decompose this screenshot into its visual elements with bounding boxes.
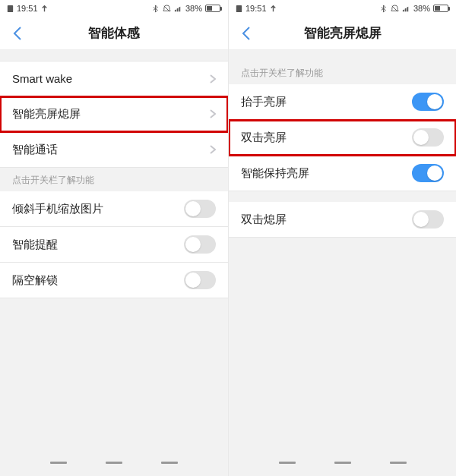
row-tilt-zoom[interactable]: 倾斜手机缩放图片 — [0, 191, 228, 227]
phone-left: 19:51 38% 智能体感 Smart wake 智能亮屏熄屏 智能通 — [0, 0, 228, 476]
battery-icon — [433, 5, 450, 12]
row-smart-wake[interactable]: Smart wake — [0, 61, 228, 96]
content-area: 点击开关栏了解功能 抬手亮屏 双击亮屏 智能保持亮屏 双击熄屏 — [229, 50, 456, 238]
section-gap — [229, 191, 456, 202]
nav-back[interactable] — [50, 462, 67, 464]
toggle-tilt-zoom[interactable] — [184, 200, 216, 218]
signal-icon — [174, 5, 182, 13]
status-time: 19:51 — [245, 4, 267, 13]
toggle-doubletap-off[interactable] — [412, 210, 444, 229]
row-label: 智能亮屏熄屏 — [12, 107, 81, 121]
section-hint: 点击开关栏了解功能 — [0, 168, 228, 191]
nav-home[interactable] — [106, 462, 122, 464]
chevron-left-icon — [241, 26, 252, 41]
status-time: 19:51 — [17, 4, 38, 13]
page-title: 智能亮屏熄屏 — [304, 24, 382, 42]
sim-icon — [235, 5, 243, 13]
row-label: 抬手亮屏 — [241, 95, 287, 109]
nav-recent[interactable] — [390, 462, 407, 464]
row-smart-remind[interactable]: 智能提醒 — [0, 227, 228, 263]
chevron-right-icon — [210, 109, 216, 118]
toggle-raise-wake[interactable] — [412, 93, 444, 111]
nav-home[interactable] — [334, 462, 351, 464]
toggle-air-unlock[interactable] — [184, 271, 216, 289]
row-doubletap-wake[interactable]: 双击亮屏 — [229, 120, 456, 156]
dnd-icon — [163, 5, 171, 13]
header: 智能亮屏熄屏 — [229, 17, 456, 50]
nav-recent[interactable] — [161, 462, 178, 464]
toggle-smart-stay[interactable] — [412, 164, 444, 182]
status-bar: 19:51 38% — [229, 0, 456, 17]
phone-right: 19:51 38% 智能亮屏熄屏 点击开关栏了解功能 抬手亮屏 双击亮屏 — [228, 0, 456, 476]
sim-icon — [6, 5, 14, 13]
dnd-icon — [391, 5, 399, 13]
page-title: 智能体感 — [88, 24, 140, 42]
header: 智能体感 — [0, 17, 228, 50]
arrow-up-icon — [269, 5, 277, 13]
chevron-right-icon — [210, 74, 216, 84]
svg-rect-1 — [236, 5, 242, 11]
row-smart-call[interactable]: 智能通话 — [0, 132, 228, 168]
toggle-doubletap-wake[interactable] — [412, 128, 444, 147]
battery-percent: 38% — [413, 4, 430, 13]
arrow-up-icon — [40, 5, 49, 13]
battery-percent: 38% — [185, 4, 202, 13]
row-label: 智能提醒 — [12, 238, 58, 252]
battery-icon — [205, 5, 222, 12]
nav-bar — [0, 453, 228, 471]
row-doubletap-off[interactable]: 双击熄屏 — [229, 202, 456, 238]
row-smart-screen[interactable]: 智能亮屏熄屏 — [0, 96, 228, 132]
row-label: 倾斜手机缩放图片 — [12, 202, 103, 216]
chevron-right-icon — [210, 145, 216, 154]
toggle-smart-remind[interactable] — [184, 235, 216, 254]
section-hint: 点击开关栏了解功能 — [229, 61, 456, 84]
bluetooth-icon — [151, 5, 160, 13]
back-button[interactable] — [235, 17, 258, 50]
row-raise-wake[interactable]: 抬手亮屏 — [229, 84, 456, 120]
row-label: Smart wake — [12, 72, 72, 85]
bluetooth-icon — [379, 5, 388, 13]
row-smart-stay[interactable]: 智能保持亮屏 — [229, 156, 456, 191]
content-area: Smart wake 智能亮屏熄屏 智能通话 点击开关栏了解功能 倾斜手机缩放图… — [0, 50, 228, 298]
row-label: 隔空解锁 — [12, 273, 58, 288]
row-label: 双击熄屏 — [241, 213, 287, 227]
row-air-unlock[interactable]: 隔空解锁 — [0, 263, 228, 298]
row-label: 双击亮屏 — [241, 131, 287, 145]
status-bar: 19:51 38% — [0, 0, 228, 17]
svg-rect-0 — [8, 5, 13, 11]
chevron-left-icon — [12, 26, 23, 41]
row-label: 智能通话 — [12, 143, 58, 157]
back-button[interactable] — [6, 17, 29, 50]
nav-bar — [229, 453, 456, 471]
nav-back[interactable] — [279, 462, 296, 464]
row-label: 智能保持亮屏 — [241, 166, 309, 181]
signal-icon — [402, 5, 410, 13]
